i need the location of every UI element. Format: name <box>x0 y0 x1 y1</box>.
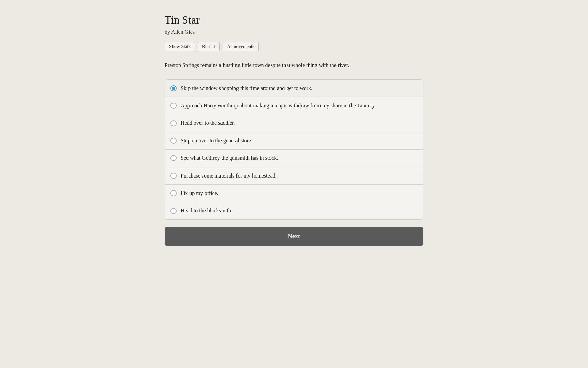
show-stats-button[interactable]: Show Stats <box>165 42 195 51</box>
choice-item[interactable]: Fix up my office. <box>165 185 423 202</box>
narrative-text: Preston Springs remains a bustling littl… <box>165 61 423 70</box>
choice-item[interactable]: Step on over to the general store. <box>165 132 423 150</box>
choice-label: Head to the blacksmith. <box>181 207 232 214</box>
game-author: by Allen Gies <box>165 29 423 35</box>
radio-circle <box>170 85 177 91</box>
choice-label: Fix up my office. <box>181 189 218 197</box>
restart-button[interactable]: Restart <box>198 42 220 51</box>
choice-item[interactable]: Skip the window shopping this time aroun… <box>165 80 423 97</box>
choice-item[interactable]: Head over to the saddler. <box>165 114 423 132</box>
toolbar: Show Stats Restart Achievements <box>165 42 423 51</box>
radio-circle <box>170 155 177 161</box>
choice-item[interactable]: Approach Harry Winthrop about making a m… <box>165 97 423 114</box>
radio-circle <box>170 208 177 214</box>
choice-label: Approach Harry Winthrop about making a m… <box>181 102 376 109</box>
radio-circle <box>170 173 177 179</box>
achievements-button[interactable]: Achievements <box>223 42 259 51</box>
choice-item[interactable]: Head to the blacksmith. <box>165 202 423 219</box>
choice-label: Step on over to the general store. <box>181 137 252 144</box>
radio-circle <box>170 120 177 126</box>
choice-label: Skip the window shopping this time aroun… <box>181 85 312 92</box>
choice-item[interactable]: Purchase some materials for my homestead… <box>165 167 423 185</box>
radio-circle <box>170 103 177 109</box>
choice-item[interactable]: See what Godfrey the gunsmith has in sto… <box>165 150 423 167</box>
game-title: Tin Star <box>165 14 423 26</box>
next-button[interactable]: Next <box>165 227 423 246</box>
radio-circle <box>170 138 177 144</box>
choices-container: Skip the window shopping this time aroun… <box>165 79 423 220</box>
choice-label: See what Godfrey the gunsmith has in sto… <box>181 154 278 162</box>
choice-label: Purchase some materials for my homestead… <box>181 172 277 180</box>
radio-circle <box>170 190 177 196</box>
main-container: Tin Star by Allen Gies Show Stats Restar… <box>165 14 423 354</box>
choice-label: Head over to the saddler. <box>181 119 235 127</box>
